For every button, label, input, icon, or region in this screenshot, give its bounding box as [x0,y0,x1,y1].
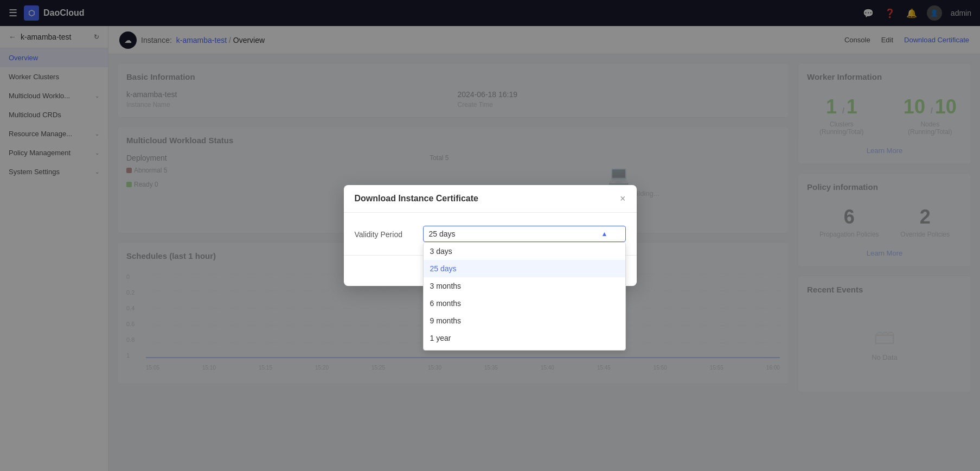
validity-period-label: Validity Period [355,226,414,239]
dropdown-item-6months[interactable]: 6 months [424,295,625,312]
dropdown-item-3days[interactable]: 3 days [424,243,625,260]
dropdown-item-9months[interactable]: 9 months [424,312,625,329]
validity-period-row: Validity Period 25 days ▲ 3 days 25 days… [355,226,626,242]
dropdown-list: 3 days 25 days 3 months 6 months 9 month… [423,242,626,351]
dropdown-item-5years[interactable]: 5 years [424,347,625,351]
validity-period-select-wrapper: 25 days ▲ 3 days 25 days 3 months 6 mont… [423,226,626,242]
modal: Download Instance Certificate × Validity… [344,185,637,286]
chevron-up-icon: ▲ [601,230,608,238]
modal-overlay[interactable]: Download Instance Certificate × Validity… [0,0,980,471]
modal-body: Validity Period 25 days ▲ 3 days 25 days… [344,213,637,255]
modal-title: Download Instance Certificate [355,194,479,203]
validity-period-select[interactable]: 25 days ▲ [423,226,626,242]
dropdown-item-1year[interactable]: 1 year [424,329,625,347]
modal-close-button[interactable]: × [620,194,626,203]
dropdown-item-3months[interactable]: 3 months [424,277,625,295]
dropdown-item-25days[interactable]: 25 days [424,260,625,277]
selected-value: 25 days [429,230,456,238]
modal-header: Download Instance Certificate × [344,185,637,213]
